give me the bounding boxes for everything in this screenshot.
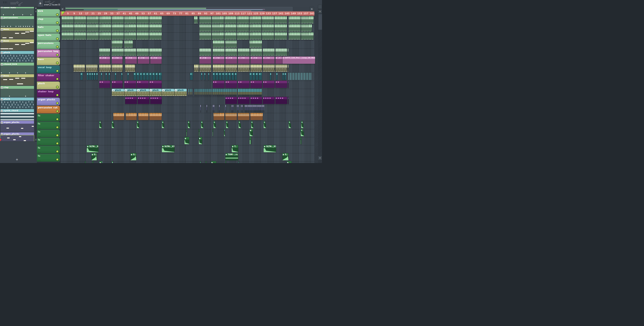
clip-bass[interactable] [263, 64, 275, 72]
clip-organ_plucks[interactable] [254, 105, 255, 112]
track-mute-led[interactable] [56, 118, 58, 120]
clip-percussions[interactable] [263, 48, 275, 56]
clip-percussion_loop[interactable]: ▶ ..t ▶ [238, 56, 250, 64]
sidebar-scroll-handle-icon[interactable]: ▮ [35, 7, 37, 10]
track-mute-led[interactable] [56, 126, 58, 128]
clip-vocal_loop[interactable]: ▶ [259, 73, 262, 80]
clip-hats[interactable] [124, 32, 136, 40]
clip-vocal_loop[interactable]: ▶ [156, 73, 158, 80]
clip-pluck[interactable]: ≡pluck [149, 89, 162, 96]
audio-wave-icon[interactable] [11, 1, 16, 5]
clip-pluck[interactable] [238, 89, 238, 96]
clip-pluck[interactable] [229, 89, 230, 96]
clip-pluck[interactable] [246, 89, 246, 96]
clip-vocal_loop[interactable]: ▶ [204, 73, 205, 80]
clip-vocal_loop[interactable]: ▶ [219, 73, 222, 80]
clip-organ_plucks[interactable] [250, 105, 251, 112]
clip-vocal_loop[interactable]: ▶ [80, 73, 83, 80]
clip-pluck[interactable] [200, 89, 201, 96]
clip-pluck[interactable] [247, 89, 248, 96]
clip-hats[interactable] [137, 32, 149, 40]
clip-hats[interactable] [200, 32, 211, 40]
clip-hats[interactable] [62, 32, 74, 40]
clip-vocal_loop[interactable]: ▶ [143, 73, 146, 80]
clip-pluck[interactable] [256, 89, 256, 96]
clip-fx[interactable] [85, 161, 86, 163]
clip-pluck[interactable] [216, 89, 216, 96]
clip-percussion_cut_l..[interactable] [126, 113, 137, 120]
clip-clap[interactable] [237, 24, 249, 32]
clip-pluck[interactable] [203, 89, 203, 96]
clip-percussion_loop[interactable]: ▶ ..t ▶ [263, 56, 275, 64]
clip-pluck[interactable] [202, 89, 202, 96]
clip-bass[interactable] [238, 64, 250, 72]
clip-fx[interactable]: ▶ [301, 121, 304, 128]
clip-percussions[interactable] [226, 48, 237, 56]
clip-bass[interactable] [213, 64, 225, 72]
track-mute-led[interactable] [56, 46, 58, 48]
clip-kick[interactable] [301, 16, 314, 24]
scroll-right-icon[interactable]: > [310, 7, 314, 11]
clip-pluck[interactable] [244, 89, 245, 96]
clip-vocal_loop[interactable] [294, 73, 294, 80]
clip-kick[interactable] [200, 16, 211, 24]
clip-vocal_loop[interactable]: ▶ [226, 73, 228, 80]
clip-vocal_loop[interactable]: ▶ [115, 73, 116, 80]
clip-percussion_loop[interactable]: ▶ ..t ▶ [250, 56, 262, 64]
clip-vocal_loop[interactable] [306, 73, 306, 80]
clip-organ_plucks[interactable] [252, 105, 253, 112]
sidebar-scroll-down-icon[interactable]: ∨ [35, 138, 37, 141]
clip-fx[interactable]: ▶ S.. [92, 153, 97, 160]
clip-organ_plucks[interactable] [261, 105, 261, 112]
sidebar-pattern-closed_kick[interactable]: ≡closed_kick [0, 62, 34, 74]
clip-vocal_loop[interactable] [295, 73, 296, 80]
track-mute-led[interactable] [56, 22, 58, 24]
playlist-grid[interactable]: ▶ ..t ▶ ▶ ..t ▶ ▶ ..t ▶ ▶ ..t ▶ ▶ ..t ▶ … [60, 16, 314, 163]
clip-pluck[interactable] [223, 89, 224, 96]
clip-pluck[interactable] [219, 89, 219, 96]
clip-pluck[interactable] [210, 89, 211, 96]
clip-pluck[interactable] [198, 89, 198, 96]
clip-pluck[interactable] [245, 89, 245, 96]
clip-pluck[interactable] [242, 89, 243, 96]
clip-fx[interactable]: ▶ [112, 121, 114, 128]
clip-fx[interactable]: ▶ T.. [99, 161, 102, 163]
clip-organ_plucks[interactable] [258, 105, 258, 112]
clip-hats[interactable] [224, 32, 236, 40]
clip-pluck[interactable] [257, 89, 257, 96]
clip-kick[interactable] [112, 16, 124, 24]
clip-clap[interactable] [262, 24, 274, 32]
clip-fx[interactable]: ▶ [214, 121, 216, 128]
clip-filter_shaker[interactable]: ▶ ▶ [276, 81, 287, 88]
clip-filter_shaker[interactable]: ▶ ▶ [226, 81, 237, 88]
clip-fx[interactable]: ▶ [250, 129, 253, 136]
clip-shaker_loop[interactable]: ▶ ▶ ▶ ▶ [150, 97, 162, 104]
clip-pluck[interactable] [222, 89, 222, 96]
clip-pluck[interactable] [242, 89, 242, 96]
clip-organ_plucks[interactable] [238, 105, 238, 112]
clip-shaker_loop[interactable]: ▶ ▶ [288, 97, 289, 104]
add-pattern-button[interactable]: + [16, 158, 18, 161]
clip-open_hats[interactable] [213, 40, 224, 48]
clip-hats[interactable] [237, 32, 249, 40]
clip-percussion_loop[interactable]: ▶ ..t ▶ [112, 56, 122, 64]
clip-kick[interactable] [212, 16, 224, 24]
clip-pluck[interactable] [195, 89, 195, 96]
clip-pluck[interactable] [240, 89, 240, 96]
clip-organ_plucks[interactable] [262, 105, 262, 112]
clip-filter_shaker[interactable]: ▶ ▶ [112, 81, 122, 88]
clip-pluck[interactable] [218, 89, 218, 96]
clip-clap[interactable] [301, 24, 312, 32]
clip-percussions[interactable] [124, 48, 136, 56]
clip-shaker_loop[interactable]: ▶ ▶ ▶ ▶ [226, 97, 237, 104]
clip-organ_plucks[interactable] [249, 105, 249, 112]
clip-fx[interactable]: ▶ [188, 121, 190, 128]
clip-organ_plucks[interactable] [251, 105, 252, 112]
clip-vocal_loop[interactable]: ▶ [253, 73, 255, 80]
clip-pluck[interactable] [220, 89, 220, 96]
clip-pluck[interactable] [224, 89, 224, 96]
clip-pluck[interactable] [260, 89, 261, 96]
clip-hats[interactable] [212, 32, 224, 40]
track-header-percussion_cut_l..[interactable]: percussion_cut_l.. ... [37, 106, 60, 113]
clip-vocal_loop[interactable] [292, 73, 292, 80]
